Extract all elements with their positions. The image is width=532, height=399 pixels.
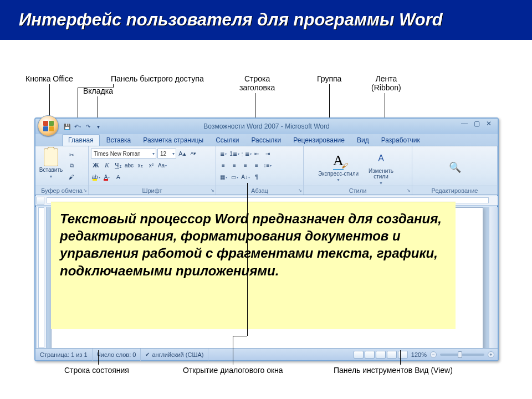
change-case-button[interactable]: Aa [157,160,167,170]
vertical-scrollbar[interactable] [489,207,498,348]
status-language-text: английский (США) [152,351,203,358]
change-styles-label: Изменить стили [369,168,393,180]
paste-icon [42,149,60,166]
view-outline-button[interactable] [387,351,397,359]
cut-icon[interactable]: ✂ [66,150,76,160]
zoom-slider[interactable] [440,354,484,356]
zoom-in-button[interactable]: + [488,351,494,358]
ruler-corner-icon[interactable] [37,197,44,204]
view-web-layout-button[interactable] [376,351,386,359]
font-size-combo[interactable]: 12 [157,149,176,158]
leader-line [78,88,113,88]
leader-line [400,350,401,365]
tab-insert[interactable]: Вставка [101,135,137,146]
change-styles-button[interactable]: A Изменить стили ▼ [363,149,400,185]
justify-button[interactable]: ≡ [252,160,262,170]
font-color-button[interactable]: A [102,172,112,182]
copy-icon[interactable]: ⧉ [66,161,76,171]
tab-mailings[interactable]: Рассылки [245,135,287,146]
tab-references[interactable]: Ссылки [210,135,244,146]
shading-button[interactable]: ▦ [218,172,228,182]
qat-more-icon[interactable]: ▾ [94,122,103,131]
clear-formatting-button[interactable]: A̶ [113,172,123,182]
dialog-launcher-icon[interactable]: ↘ [211,188,214,193]
group-clipboard: Вставить ▼ ✂ ⧉ 🖌 Буфер обмена ↘ [35,146,89,195]
strikethrough-button[interactable]: abc [124,160,134,170]
align-left-button[interactable]: ≡ [218,160,228,170]
ribbon-tab-row: Главная Вставка Разметка страницы Ссылки… [35,134,498,146]
leader-line [233,336,233,365]
quick-styles-button[interactable]: A🖌 Экспресс-стили ▼ [316,151,361,182]
group-styles: A🖌 Экспресс-стили ▼ A Изменить стили ▼ [304,146,412,195]
dialog-launcher-icon[interactable]: ↘ [298,188,302,193]
italic-button[interactable]: К [102,160,112,170]
proofing-icon: ✔ [145,351,150,357]
tab-home[interactable]: Главная [62,134,100,146]
dialog-launcher-icon[interactable]: ↘ [83,188,87,193]
status-language[interactable]: ✔ английский (США) [141,349,208,361]
decrease-indent-button[interactable]: ⇤ [252,149,262,158]
superscript-button[interactable]: x² [146,160,156,170]
group-font: Times New Roman 12 A▴ A▾ Ж К Ч abc x₂ x²… [89,146,216,195]
view-full-screen-button[interactable] [365,351,375,359]
chevron-down-icon: ▼ [49,175,53,178]
status-bar: Страница: 1 из 1 Число слов: 0 ✔ английс… [35,348,498,360]
maximize-button[interactable]: ▢ [471,120,482,128]
format-painter-icon[interactable]: 🖌 [66,172,76,182]
group-label-text: Стили [349,187,367,194]
vertical-ruler[interactable] [37,207,47,348]
numbering-button[interactable]: 1≣ [229,149,239,158]
chevron-down-icon: ▼ [379,181,383,185]
qat-redo-icon[interactable]: ↷ [83,122,93,131]
paste-button[interactable]: Вставить ▼ [38,147,64,178]
group-label-text: Абзац [251,187,268,194]
status-page[interactable]: Страница: 1 из 1 [35,349,93,361]
note-text: Текстовый процессор Word предназначен дл… [60,210,447,279]
increase-indent-button[interactable]: ⇥ [263,149,273,158]
tab-developer[interactable]: Разработчик [376,135,426,146]
window-title: Возможности Word 2007 - Microsoft Word [203,122,329,130]
ribbon: Вставить ▼ ✂ ⧉ 🖌 Буфер обмена ↘ [35,146,498,195]
tab-view[interactable]: Вид [351,135,375,146]
group-paragraph: ≣ 1≣ ⋮≣ ⇤ ⇥ ≡ ≡ ≡ ≡ ↕≡ ▦ [216,146,304,195]
bold-button[interactable]: Ж [91,160,101,170]
zoom-out-button[interactable]: − [430,351,437,358]
group-label-text: Шрифт [142,187,162,194]
subscript-button[interactable]: x₂ [135,160,145,170]
group-editing: 🔍 Редактирование [412,146,498,195]
view-draft-button[interactable] [398,351,408,359]
dialog-launcher-icon[interactable]: ↘ [407,188,411,193]
office-button[interactable] [38,115,59,136]
callout-title-bar: Строка заголовка [239,74,275,92]
quick-styles-label: Экспресс-стили [318,171,359,177]
align-center-button[interactable]: ≡ [229,160,239,170]
line-spacing-button[interactable]: ↕≡ [263,160,273,170]
callout-group: Группа [317,74,341,83]
slide-title-band: Интерфейс пользователя для программы Wor… [0,0,532,40]
bullets-button[interactable]: ≣ [218,149,228,158]
tab-review[interactable]: Рецензирование [288,135,350,146]
show-marks-button[interactable]: ¶ [252,172,262,182]
highlight-color-button[interactable]: ab [91,172,101,182]
multilevel-list-button[interactable]: ⋮≣ [241,149,250,158]
font-name-combo[interactable]: Times New Roman [91,149,156,158]
grow-font-icon[interactable]: A▴ [177,149,187,158]
leader-line [255,93,255,121]
zoom-level[interactable]: 120% [411,351,427,358]
leader-line [78,88,78,121]
zoom-slider-thumb[interactable] [458,351,462,358]
tab-page-layout[interactable]: Разметка страницы [137,135,209,146]
close-button[interactable]: ✕ [483,120,494,128]
view-print-layout-button[interactable] [354,351,364,359]
editing-find-button[interactable]: 🔍 [444,157,466,176]
minimize-button[interactable]: — [459,120,470,128]
underline-button[interactable]: Ч [113,160,123,170]
qat-undo-icon[interactable]: ↶ [73,122,82,131]
find-icon: 🔍 [446,158,464,176]
borders-button[interactable]: ▭ [229,172,239,182]
qat-save-icon[interactable]: 💾 [62,122,71,131]
shrink-font-icon[interactable]: A▾ [188,149,198,158]
status-word-count[interactable]: Число слов: 0 [93,349,141,361]
align-right-button[interactable]: ≡ [241,160,250,170]
sort-button[interactable]: A↓ [241,172,250,182]
